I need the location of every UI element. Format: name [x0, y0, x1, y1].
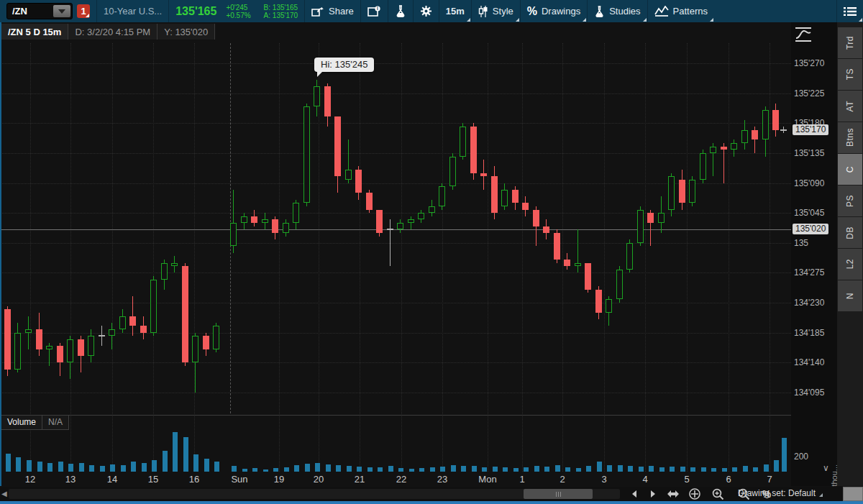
candle-wick	[411, 216, 411, 229]
volume-study-label[interactable]: Volume	[1, 416, 42, 430]
symbol-input[interactable]: /ZN	[6, 3, 73, 19]
price-axis-label: 134'185	[794, 328, 824, 338]
time-axis-label: 13	[65, 474, 76, 485]
candle-body	[564, 260, 570, 266]
high-annotation-tooltip: Hi: 135'245	[314, 58, 374, 72]
price-axis-label: 135	[794, 238, 808, 248]
last-price: 135'165	[175, 5, 216, 18]
change-section: +0'245 +0.57%	[223, 0, 257, 22]
time-gridline	[687, 43, 688, 472]
bid-ask-section: B: 135'165 A: 135'170	[257, 0, 305, 22]
sidebar-tab-btns[interactable]: Btns	[838, 122, 862, 153]
volume-bar	[388, 466, 393, 472]
expand-horizontal-button[interactable]	[666, 488, 680, 500]
sidebar-tab-label: PS	[845, 195, 855, 207]
candle-body	[637, 210, 644, 243]
candle-body	[14, 333, 21, 370]
chart-settings-button[interactable]	[413, 0, 439, 22]
time-gridline	[488, 43, 488, 472]
scrollbar-handle[interactable]	[524, 489, 593, 499]
candle-body	[731, 143, 737, 150]
sidebar-tab-db[interactable]: DB	[838, 217, 862, 248]
chart-settings-report-button[interactable]: i	[360, 0, 388, 22]
volume-bar	[326, 464, 331, 472]
candle-body	[585, 263, 591, 290]
time-axis-label: 7	[767, 474, 772, 485]
chart-header-readout: /ZN 5 D 15m D: 3/2/20 4:15 PM Y: 135'020	[1, 24, 215, 40]
window-info-icon: i	[367, 6, 381, 17]
time-axis-label: 20	[314, 474, 324, 485]
sidebar-tab-trd[interactable]: Trd	[838, 27, 862, 58]
time-gridline	[194, 43, 195, 472]
time-axis-label: 16	[189, 474, 199, 485]
time-axis-label: 5	[684, 474, 689, 485]
list-menu-icon	[844, 6, 857, 17]
chart-menu-button[interactable]	[836, 0, 863, 22]
sidebar-tab-at[interactable]: AT	[838, 91, 862, 122]
volume-scale-label: 200	[794, 452, 808, 462]
alerts-badge[interactable]: 1	[77, 4, 90, 18]
panel-resize-handle[interactable]	[843, 487, 863, 501]
volume-bar	[152, 460, 157, 472]
drawings-button[interactable]: % Drawings	[520, 0, 587, 22]
candle-body	[283, 223, 289, 233]
symbol-dropdown-button[interactable]	[53, 5, 70, 17]
volume-bar	[27, 460, 32, 472]
chart-canvas[interactable]	[0, 22, 791, 486]
time-gridline	[30, 43, 31, 472]
candle-body	[700, 153, 706, 180]
candle-body	[439, 186, 445, 206]
percent-drawings-icon: %	[527, 5, 537, 18]
price-gridline	[0, 93, 791, 94]
step-right-button[interactable]	[646, 488, 660, 500]
step-left-button[interactable]	[627, 488, 641, 500]
time-gridline	[360, 43, 360, 472]
volume-bar	[121, 465, 126, 472]
sidebar-tab-c[interactable]: C	[838, 154, 862, 185]
volume-bar	[628, 466, 633, 472]
price-gridline	[0, 303, 791, 303]
thinkorswim-chart-window: /ZN 1 10-Year U.S... 135'165 +0'245 +0.5…	[0, 0, 863, 504]
analyze-button[interactable]	[388, 0, 413, 22]
chart-scrollbar[interactable]	[9, 489, 620, 499]
time-axis-label: Mon	[478, 474, 496, 485]
volume-bar	[493, 467, 498, 472]
candle-body	[129, 316, 136, 326]
auto-scale-icon[interactable]	[794, 26, 813, 46]
volume-value: N/A	[42, 416, 69, 430]
candle-body	[203, 336, 209, 349]
sidebar-tab-l2[interactable]: L2	[838, 249, 862, 280]
studies-button[interactable]: Studies	[587, 0, 647, 22]
pan-tool-button[interactable]	[688, 488, 702, 500]
price-gridline	[0, 333, 791, 334]
sidebar-tab-n[interactable]: N	[838, 280, 862, 311]
volume-bar	[47, 463, 52, 472]
scroll-left-edge-arrow-icon[interactable]: ◀	[1, 490, 7, 498]
drawing-set-selector[interactable]: Drawing set: Default	[735, 488, 823, 498]
last-price-section: 135'165	[168, 0, 223, 22]
volume-bar	[555, 465, 560, 472]
pane-separator	[0, 415, 791, 416]
svg-text:i: i	[377, 6, 378, 11]
candle-body	[491, 176, 498, 213]
sidebar-tab-label: N	[845, 293, 855, 299]
time-axis[interactable]: 1213141516Sun1920212223Mon1234567	[0, 472, 791, 487]
time-axis-label: 2	[560, 474, 565, 485]
patterns-button[interactable]: Patterns	[647, 0, 714, 22]
volume-bar	[37, 462, 42, 472]
zoom-in-button[interactable]	[711, 488, 725, 500]
time-gridline	[401, 43, 402, 472]
collapse-pane-chevron-icon[interactable]: ∨	[823, 463, 829, 473]
sidebar-tab-ps[interactable]: PS	[838, 185, 862, 216]
candle-body	[533, 210, 539, 226]
volume-bar	[461, 466, 466, 472]
chart-bottom-bar: ◀ % Drawing set: Default	[0, 487, 863, 501]
time-gridline	[770, 43, 770, 472]
time-axis-label: Sun	[231, 474, 247, 485]
style-button[interactable]: Style	[471, 0, 520, 22]
sidebar-tab-ts[interactable]: TS	[838, 59, 862, 90]
price-axis[interactable]: 200 0 <thou... ∨ 135'270135'225135'18013…	[791, 22, 837, 486]
timeframe-button[interactable]: 15m	[439, 0, 471, 22]
share-button[interactable]: Share	[304, 0, 360, 22]
volume-bar	[472, 466, 477, 472]
